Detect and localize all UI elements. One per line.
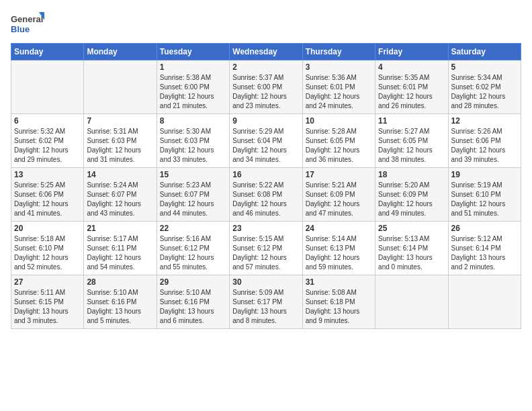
day-number: 21 — [87, 224, 153, 233]
day-info: Sunrise: 5:21 AM Sunset: 6:09 PM Dayligh… — [306, 181, 372, 218]
day-number: 6 — [14, 116, 81, 126]
calendar-cell: 21Sunrise: 5:17 AM Sunset: 6:11 PM Dayli… — [84, 222, 157, 275]
calendar-cell: 27Sunrise: 5:11 AM Sunset: 6:15 PM Dayli… — [11, 275, 84, 329]
day-number: 22 — [160, 224, 226, 233]
calendar-cell: 24Sunrise: 5:14 AM Sunset: 6:13 PM Dayli… — [302, 222, 375, 275]
calendar-cell: 23Sunrise: 5:15 AM Sunset: 6:12 PM Dayli… — [230, 222, 302, 275]
calendar-cell: 1Sunrise: 5:38 AM Sunset: 6:00 PM Daylig… — [157, 60, 229, 114]
calendar-week-row: 13Sunrise: 5:25 AM Sunset: 6:06 PM Dayli… — [11, 168, 521, 222]
calendar-cell: 7Sunrise: 5:31 AM Sunset: 6:03 PM Daylig… — [84, 114, 157, 168]
weekday-header: Wednesday — [230, 44, 302, 60]
weekday-header: Saturday — [448, 44, 521, 60]
day-number: 25 — [378, 224, 445, 233]
day-info: Sunrise: 5:13 AM Sunset: 6:14 PM Dayligh… — [378, 234, 445, 272]
day-number: 20 — [14, 224, 81, 233]
day-info: Sunrise: 5:31 AM Sunset: 6:03 PM Dayligh… — [87, 127, 153, 165]
day-info: Sunrise: 5:36 AM Sunset: 6:01 PM Dayligh… — [306, 73, 372, 111]
calendar-cell: 25Sunrise: 5:13 AM Sunset: 6:14 PM Dayli… — [375, 222, 448, 275]
day-info: Sunrise: 5:17 AM Sunset: 6:11 PM Dayligh… — [87, 234, 153, 272]
day-info: Sunrise: 5:25 AM Sunset: 6:06 PM Dayligh… — [14, 181, 81, 218]
day-info: Sunrise: 5:29 AM Sunset: 6:04 PM Dayligh… — [232, 127, 299, 165]
calendar-week-row: 1Sunrise: 5:38 AM Sunset: 6:00 PM Daylig… — [11, 60, 521, 114]
day-number: 16 — [232, 170, 299, 179]
calendar-cell: 20Sunrise: 5:18 AM Sunset: 6:10 PM Dayli… — [11, 222, 84, 275]
calendar-cell: 26Sunrise: 5:12 AM Sunset: 6:14 PM Dayli… — [448, 222, 521, 275]
day-number: 17 — [306, 170, 372, 179]
calendar-cell: 3Sunrise: 5:36 AM Sunset: 6:01 PM Daylig… — [302, 60, 375, 114]
calendar-cell: 6Sunrise: 5:32 AM Sunset: 6:02 PM Daylig… — [11, 114, 84, 168]
day-number: 19 — [451, 170, 518, 179]
calendar-cell: 29Sunrise: 5:10 AM Sunset: 6:16 PM Dayli… — [157, 275, 229, 329]
day-number: 27 — [14, 277, 81, 287]
day-info: Sunrise: 5:35 AM Sunset: 6:01 PM Dayligh… — [378, 73, 445, 111]
day-number: 9 — [232, 116, 299, 126]
weekday-header: Monday — [84, 44, 157, 60]
calendar-table: SundayMondayTuesdayWednesdayThursdayFrid… — [11, 43, 521, 329]
calendar-header: SundayMondayTuesdayWednesdayThursdayFrid… — [11, 44, 521, 60]
logo: General Blue — [11, 11, 44, 38]
calendar-cell: 17Sunrise: 5:21 AM Sunset: 6:09 PM Dayli… — [302, 168, 375, 222]
day-number: 29 — [160, 277, 226, 287]
day-number: 10 — [306, 116, 372, 126]
day-info: Sunrise: 5:10 AM Sunset: 6:16 PM Dayligh… — [160, 288, 226, 326]
day-number: 11 — [378, 116, 445, 126]
day-number: 1 — [160, 62, 226, 72]
logo-svg: General Blue — [11, 11, 44, 38]
day-info: Sunrise: 5:14 AM Sunset: 6:13 PM Dayligh… — [306, 234, 372, 272]
calendar-week-row: 20Sunrise: 5:18 AM Sunset: 6:10 PM Dayli… — [11, 222, 521, 275]
calendar-cell — [11, 60, 84, 114]
day-number: 31 — [306, 277, 372, 287]
calendar-cell: 31Sunrise: 5:08 AM Sunset: 6:18 PM Dayli… — [302, 275, 375, 329]
day-info: Sunrise: 5:34 AM Sunset: 6:02 PM Dayligh… — [451, 73, 518, 111]
calendar-cell: 16Sunrise: 5:22 AM Sunset: 6:08 PM Dayli… — [230, 168, 302, 222]
weekday-header: Sunday — [11, 44, 84, 60]
calendar-cell: 10Sunrise: 5:28 AM Sunset: 6:05 PM Dayli… — [302, 114, 375, 168]
day-info: Sunrise: 5:09 AM Sunset: 6:17 PM Dayligh… — [232, 288, 299, 326]
day-number: 30 — [232, 277, 299, 287]
calendar-cell: 18Sunrise: 5:20 AM Sunset: 6:09 PM Dayli… — [375, 168, 448, 222]
day-number: 12 — [451, 116, 518, 126]
calendar-cell: 2Sunrise: 5:37 AM Sunset: 6:00 PM Daylig… — [230, 60, 302, 114]
calendar-cell: 12Sunrise: 5:26 AM Sunset: 6:06 PM Dayli… — [448, 114, 521, 168]
day-info: Sunrise: 5:11 AM Sunset: 6:15 PM Dayligh… — [14, 288, 81, 326]
calendar-cell — [84, 60, 157, 114]
day-number: 7 — [87, 116, 153, 126]
calendar-cell — [375, 275, 448, 329]
day-number: 23 — [232, 224, 299, 233]
calendar-cell: 15Sunrise: 5:23 AM Sunset: 6:07 PM Dayli… — [157, 168, 229, 222]
day-info: Sunrise: 5:10 AM Sunset: 6:16 PM Dayligh… — [87, 288, 153, 326]
day-number: 5 — [451, 62, 518, 72]
svg-text:General: General — [11, 14, 43, 24]
day-number: 8 — [160, 116, 226, 126]
day-number: 24 — [306, 224, 372, 233]
day-info: Sunrise: 5:24 AM Sunset: 6:07 PM Dayligh… — [87, 181, 153, 218]
calendar-cell: 28Sunrise: 5:10 AM Sunset: 6:16 PM Dayli… — [84, 275, 157, 329]
page-header: General Blue — [11, 11, 521, 38]
calendar-cell: 14Sunrise: 5:24 AM Sunset: 6:07 PM Dayli… — [84, 168, 157, 222]
day-info: Sunrise: 5:15 AM Sunset: 6:12 PM Dayligh… — [232, 234, 299, 272]
calendar-cell: 8Sunrise: 5:30 AM Sunset: 6:03 PM Daylig… — [157, 114, 229, 168]
calendar-body: 1Sunrise: 5:38 AM Sunset: 6:00 PM Daylig… — [11, 60, 521, 329]
day-info: Sunrise: 5:20 AM Sunset: 6:09 PM Dayligh… — [378, 181, 445, 218]
calendar-cell: 22Sunrise: 5:16 AM Sunset: 6:12 PM Dayli… — [157, 222, 229, 275]
calendar-week-row: 6Sunrise: 5:32 AM Sunset: 6:02 PM Daylig… — [11, 114, 521, 168]
day-info: Sunrise: 5:26 AM Sunset: 6:06 PM Dayligh… — [451, 127, 518, 165]
calendar-cell: 13Sunrise: 5:25 AM Sunset: 6:06 PM Dayli… — [11, 168, 84, 222]
day-number: 14 — [87, 170, 153, 179]
day-info: Sunrise: 5:23 AM Sunset: 6:07 PM Dayligh… — [160, 181, 226, 218]
weekday-header: Friday — [375, 44, 448, 60]
calendar-cell: 30Sunrise: 5:09 AM Sunset: 6:17 PM Dayli… — [230, 275, 302, 329]
day-number: 18 — [378, 170, 445, 179]
calendar-cell — [448, 275, 521, 329]
day-info: Sunrise: 5:38 AM Sunset: 6:00 PM Dayligh… — [160, 73, 226, 111]
day-info: Sunrise: 5:27 AM Sunset: 6:05 PM Dayligh… — [378, 127, 445, 165]
calendar-cell: 4Sunrise: 5:35 AM Sunset: 6:01 PM Daylig… — [375, 60, 448, 114]
day-info: Sunrise: 5:22 AM Sunset: 6:08 PM Dayligh… — [232, 181, 299, 218]
day-info: Sunrise: 5:19 AM Sunset: 6:10 PM Dayligh… — [451, 181, 518, 218]
svg-text:Blue: Blue — [11, 24, 30, 34]
day-info: Sunrise: 5:18 AM Sunset: 6:10 PM Dayligh… — [14, 234, 81, 272]
day-info: Sunrise: 5:37 AM Sunset: 6:00 PM Dayligh… — [232, 73, 299, 111]
calendar-cell: 9Sunrise: 5:29 AM Sunset: 6:04 PM Daylig… — [230, 114, 302, 168]
calendar-week-row: 27Sunrise: 5:11 AM Sunset: 6:15 PM Dayli… — [11, 275, 521, 329]
day-info: Sunrise: 5:28 AM Sunset: 6:05 PM Dayligh… — [306, 127, 372, 165]
